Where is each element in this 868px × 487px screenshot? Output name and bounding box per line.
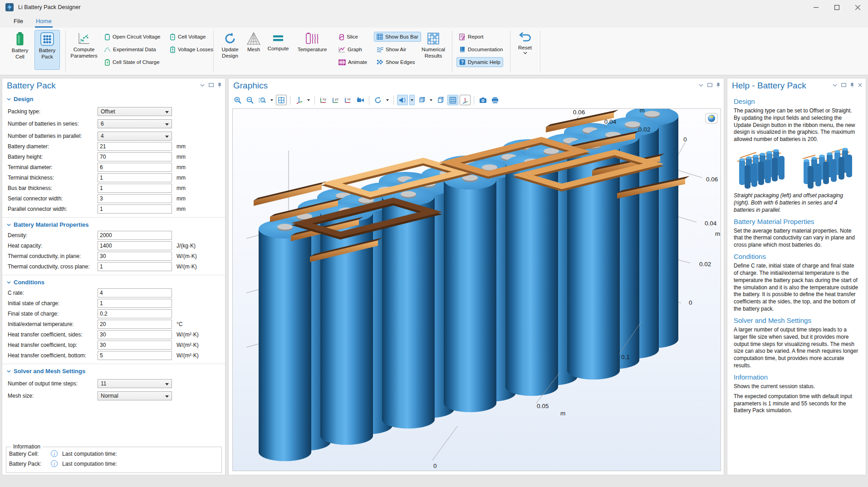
packing-type-select[interactable]: Offset — [98, 107, 172, 116]
final-soc-input[interactable] — [98, 309, 172, 318]
batteries-in-parallel-select[interactable]: 4 — [98, 131, 172, 141]
c-rate-input[interactable] — [98, 288, 172, 297]
update-design-button[interactable]: UpdateDesign — [217, 30, 243, 70]
output-time-steps-select[interactable]: 11 — [98, 379, 172, 388]
information-box: Information Battery Cell: Last computati… — [6, 447, 222, 473]
voltage-losses-icon — [170, 46, 176, 53]
pin-icon[interactable] — [850, 83, 854, 88]
field-label: Heat capacity: — [8, 243, 98, 249]
help-text-design: The packing type can be set to Offset or… — [734, 107, 859, 143]
section-header-material[interactable]: Battery Material Properties — [2, 219, 225, 230]
help-heading-information: Information — [734, 373, 859, 381]
graphics-3d-view[interactable]: 0.06 0.04 m 0.02 0 0.06 0.04 m 0.02 0 0.… — [232, 108, 721, 471]
terminal-thickness-input[interactable] — [98, 173, 172, 182]
scene-light-menu-caret[interactable] — [409, 95, 415, 105]
menu-home[interactable]: Home — [29, 15, 58, 28]
section-header-solver[interactable]: Solver and Mesh Settings — [2, 365, 225, 376]
pin-icon[interactable] — [218, 83, 221, 88]
dynamic-help-item[interactable]: ? Dynamic Help — [456, 57, 503, 67]
view-xz-button[interactable]: xz — [343, 95, 353, 105]
chevron-down-icon[interactable] — [833, 84, 837, 87]
compute-button[interactable]: Compute — [265, 30, 291, 70]
thermal-conductivity-cross-plane-input[interactable] — [98, 262, 172, 271]
window-title: Li Battery Pack Designer — [18, 4, 81, 10]
zoom-in-button[interactable] — [232, 95, 243, 105]
temperature-button[interactable]: Temperature — [294, 30, 330, 70]
section-header-conditions[interactable]: Conditions — [2, 276, 225, 287]
zoom-out-button[interactable] — [245, 95, 255, 105]
show-air-item[interactable]: Show Air — [374, 44, 409, 54]
density-input[interactable] — [98, 231, 172, 240]
camera-view-button[interactable] — [355, 95, 366, 105]
section-header-design[interactable]: Design — [2, 93, 225, 104]
grid-button[interactable] — [447, 95, 458, 105]
reset-button[interactable]: Reset — [514, 30, 536, 70]
slice-item[interactable]: Slice — [336, 32, 361, 42]
default-view-menu-caret[interactable] — [306, 95, 311, 105]
chevron-down-icon[interactable] — [699, 84, 703, 87]
view-yz-button[interactable]: yz — [330, 95, 341, 105]
experimental-data-item[interactable]: Experimental Data — [102, 44, 159, 54]
float-panel-icon[interactable] — [841, 83, 846, 87]
info-icon[interactable] — [51, 450, 58, 457]
axis-indicator-button[interactable] — [460, 95, 471, 105]
heat-transfer-sides-input[interactable] — [98, 330, 172, 339]
show-bus-bar-item[interactable]: Show Bus Bar — [374, 32, 421, 42]
maximize-button[interactable] — [826, 0, 847, 15]
close-icon[interactable] — [858, 83, 862, 87]
bus-bar-thickness-input[interactable] — [98, 184, 172, 193]
serial-connector-width-input[interactable] — [98, 194, 172, 203]
cell-voltage-item[interactable]: Cell Voltage — [167, 32, 208, 42]
mesh-button[interactable]: Mesh — [244, 30, 264, 70]
float-panel-icon[interactable] — [209, 83, 214, 87]
show-edges-item[interactable]: Show Edges — [374, 57, 418, 67]
help-text-information-2: The expected computation time with defau… — [734, 393, 859, 414]
wireframe-button[interactable] — [435, 95, 446, 105]
scene-light-button[interactable] — [397, 95, 408, 105]
zoom-box-menu-caret[interactable] — [269, 95, 275, 105]
transparency-button[interactable] — [416, 95, 427, 105]
pin-icon[interactable] — [716, 83, 720, 88]
rotate-button[interactable] — [373, 95, 383, 105]
mesh-size-select[interactable]: Normal — [98, 391, 172, 400]
zoom-box-button[interactable] — [257, 95, 268, 105]
svg-text:0: 0 — [683, 136, 687, 143]
rotate-menu-caret[interactable] — [385, 95, 390, 105]
initial-soc-input[interactable] — [98, 299, 172, 308]
initial-external-temperature-input[interactable] — [98, 320, 172, 329]
view-xy-button[interactable]: xy — [318, 95, 329, 105]
parallel-connector-width-input[interactable] — [98, 205, 172, 214]
chevron-down-icon[interactable] — [200, 84, 205, 87]
open-circuit-voltage-item[interactable]: Open Circuit Voltage — [102, 32, 163, 42]
float-panel-icon[interactable] — [707, 83, 712, 87]
battery-pack-nav-button[interactable]: BatteryPack — [34, 30, 60, 70]
info-icon[interactable] — [51, 460, 58, 467]
animate-item[interactable]: Animate — [336, 57, 370, 67]
heat-transfer-top-input[interactable] — [98, 341, 172, 350]
batteries-in-series-select[interactable]: 6 — [98, 119, 172, 128]
battery-diameter-input[interactable] — [98, 142, 172, 151]
cell-state-of-charge-item[interactable]: Cell State of Charge — [102, 57, 162, 67]
comsol-logo-button[interactable] — [706, 113, 717, 123]
thermal-conductivity-in-plane-input[interactable] — [98, 252, 172, 261]
graph-item[interactable]: Graph — [336, 44, 365, 54]
battery-height-input[interactable] — [98, 152, 172, 161]
documentation-item[interactable]: Documentation — [456, 44, 505, 54]
menu-file[interactable]: File — [7, 15, 29, 28]
report-item[interactable]: Report — [456, 32, 486, 42]
snapshot-button[interactable] — [477, 95, 488, 105]
voltage-losses-item[interactable]: Voltage Losses — [167, 44, 216, 54]
close-button[interactable] — [847, 0, 868, 15]
zoom-extents-button[interactable] — [276, 95, 287, 105]
terminal-diameter-input[interactable] — [98, 163, 172, 172]
battery-cell-nav-button[interactable]: BatteryCell — [7, 30, 33, 70]
numerical-results-button[interactable]: NumericalResults — [419, 30, 447, 70]
compute-parameters-button[interactable]: ComputeParameters — [69, 30, 99, 70]
chevron-down-icon — [165, 111, 169, 113]
transparency-menu-caret[interactable] — [428, 95, 434, 105]
heat-transfer-bottom-input[interactable] — [98, 351, 172, 360]
print-button[interactable] — [490, 95, 500, 105]
default-view-button[interactable] — [294, 95, 304, 105]
heat-capacity-input[interactable] — [98, 241, 172, 250]
minimize-button[interactable] — [805, 0, 826, 15]
